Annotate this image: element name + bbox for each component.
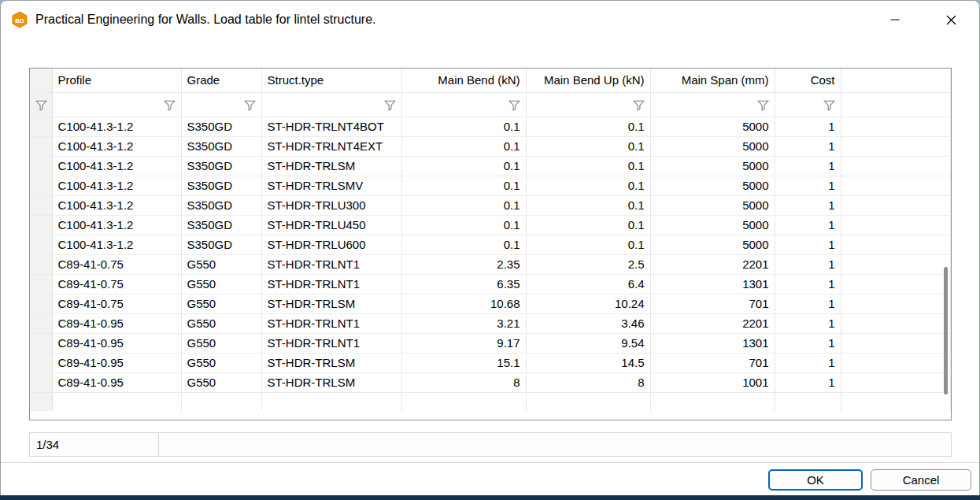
cell-main-bend-up-kn[interactable]: 8 (526, 372, 650, 392)
cell-main-span-mm[interactable]: 5000 (650, 195, 775, 215)
table-row[interactable]: C100-41.3-1.2S350GDST-HDR-TRLSMV0.10.150… (30, 176, 951, 195)
cell-grade[interactable]: G550 (181, 294, 261, 313)
filter-cell-rowheader[interactable] (30, 92, 52, 117)
table-row[interactable]: C89-41-0.75G550ST-HDR-TRLNT12.352.522011 (30, 254, 951, 274)
cell-grade[interactable]: G550 (181, 254, 261, 274)
row-indicator[interactable] (30, 176, 52, 195)
cell-main-bend-kn[interactable]: 0.1 (401, 176, 526, 195)
cell-cost[interactable]: 1 (775, 176, 841, 195)
filter-cell-grade[interactable] (181, 92, 261, 117)
cell-main-bend-up-kn[interactable]: 0.1 (526, 117, 650, 136)
cell-struct-type[interactable]: ST-HDR-TRLSM (261, 353, 401, 372)
cell-main-span-mm[interactable]: 1301 (650, 274, 775, 294)
cell-profile[interactable]: C89-41-0.75 (52, 274, 181, 294)
row-indicator[interactable] (30, 136, 52, 156)
column-header-cost[interactable]: Cost (775, 69, 841, 92)
cell-profile[interactable]: C100-41.3-1.2 (52, 235, 181, 254)
cell-profile[interactable]: C100-41.3-1.2 (52, 156, 181, 176)
cell-struct-type[interactable]: ST-HDR-TRLNT1 (261, 254, 401, 274)
cell-main-bend-kn[interactable]: 10.68 (401, 294, 526, 313)
table-row[interactable]: C89-41-0.75G550ST-HDR-TRLNT16.356.413011 (30, 274, 951, 294)
table-row[interactable]: C89-41-0.95G550ST-HDR-TRLSM15.114.57011 (30, 353, 951, 372)
cell-struct-type[interactable]: ST-HDR-TRLNT4BOT (261, 117, 401, 136)
cell-cost[interactable]: 1 (775, 313, 841, 333)
cell-main-bend-kn[interactable]: 15.1 (401, 353, 526, 372)
cell-main-bend-kn[interactable]: 2.35 (401, 254, 526, 274)
column-header-main-bend-up-kn[interactable]: Main Bend Up (kN) (526, 69, 650, 92)
cell-struct-type[interactable]: ST-HDR-TRLSM (261, 294, 401, 313)
filter-funnel-icon[interactable] (633, 100, 645, 111)
cell-cost[interactable]: 1 (775, 117, 841, 136)
cell-profile[interactable]: C100-41.3-1.2 (52, 176, 181, 195)
cell-main-bend-up-kn[interactable]: 0.1 (526, 136, 650, 156)
cell-main-span-mm[interactable]: 2201 (650, 313, 775, 333)
cell-profile[interactable]: C100-41.3-1.2 (52, 195, 181, 215)
table-row[interactable]: C89-41-0.95G550ST-HDR-TRLSM8810011 (30, 372, 951, 392)
column-header-grade[interactable]: Grade (181, 69, 261, 92)
row-indicator[interactable] (30, 274, 52, 294)
cell-cost[interactable]: 1 (775, 372, 841, 392)
cell-main-span-mm[interactable]: 5000 (650, 235, 775, 254)
cell-struct-type[interactable]: ST-HDR-TRLSM (261, 156, 401, 176)
cell-cost[interactable]: 1 (775, 294, 841, 313)
row-indicator[interactable] (30, 372, 52, 392)
cell-grade[interactable]: G550 (181, 353, 261, 372)
cell-main-span-mm[interactable]: 1001 (650, 372, 775, 392)
scrollbar-thumb[interactable] (944, 267, 948, 394)
filter-cell-main-bend-up-kn[interactable] (526, 92, 650, 117)
cell-cost[interactable]: 1 (775, 254, 841, 274)
cell-profile[interactable]: C89-41-0.75 (52, 254, 181, 274)
cell-grade[interactable]: G550 (181, 333, 261, 353)
cell-cost[interactable]: 1 (775, 333, 841, 353)
row-indicator[interactable] (30, 333, 52, 353)
cell-cost[interactable]: 1 (775, 353, 841, 372)
cell-main-span-mm[interactable]: 5000 (650, 117, 775, 136)
cell-profile[interactable]: C89-41-0.95 (52, 333, 181, 353)
filter-cell-cost[interactable] (775, 92, 841, 117)
filter-funnel-icon[interactable] (244, 100, 256, 111)
table-row[interactable]: C89-41-0.95G550ST-HDR-TRLNT13.213.462201… (30, 313, 951, 333)
close-button[interactable] (933, 1, 969, 39)
cell-main-bend-kn[interactable]: 9.17 (401, 333, 526, 353)
column-header-main-bend-kn[interactable]: Main Bend (kN) (401, 69, 526, 92)
cell-main-bend-kn[interactable]: 0.1 (401, 235, 526, 254)
cell-grade[interactable]: G550 (181, 372, 261, 392)
filter-cell-struct-type[interactable] (261, 92, 401, 117)
filter-cell-main-span-mm[interactable] (650, 92, 775, 117)
cell-grade[interactable]: S350GD (181, 117, 261, 136)
cell-profile[interactable]: C100-41.3-1.2 (52, 215, 181, 235)
cell-grade[interactable]: G550 (181, 274, 261, 294)
table-row[interactable]: C100-41.3-1.2S350GDST-HDR-TRLU3000.10.15… (30, 195, 951, 215)
cell-main-bend-kn[interactable]: 0.1 (401, 215, 526, 235)
cell-grade[interactable]: G550 (181, 313, 261, 333)
cell-grade[interactable]: S350GD (181, 215, 261, 235)
cell-main-bend-kn[interactable]: 0.1 (401, 136, 526, 156)
cell-main-bend-kn[interactable]: 8 (401, 372, 526, 392)
vertical-scrollbar[interactable] (940, 69, 951, 420)
cell-main-bend-up-kn[interactable]: 10.24 (526, 294, 650, 313)
cell-struct-type[interactable]: ST-HDR-TRLSMV (261, 176, 401, 195)
cell-main-span-mm[interactable]: 701 (650, 353, 775, 372)
cell-cost[interactable]: 1 (775, 215, 841, 235)
cell-cost[interactable]: 1 (775, 274, 841, 294)
cell-main-bend-kn[interactable]: 3.21 (401, 313, 526, 333)
table-row[interactable]: C100-41.3-1.2S350GDST-HDR-TRLU6000.10.15… (30, 235, 951, 254)
cancel-button[interactable]: Cancel (871, 469, 971, 491)
ok-button[interactable]: OK (768, 469, 863, 491)
cell-struct-type[interactable]: ST-HDR-TRLNT4EXT (261, 136, 401, 156)
table-row[interactable]: C89-41-0.95G550ST-HDR-TRLNT19.179.541301… (30, 333, 951, 353)
filter-funnel-icon[interactable] (164, 100, 176, 111)
cell-cost[interactable]: 1 (775, 156, 841, 176)
table-row[interactable]: C100-41.3-1.2S350GDST-HDR-TRLSM0.10.1500… (30, 156, 951, 176)
cell-profile[interactable]: C100-41.3-1.2 (52, 136, 181, 156)
cell-struct-type[interactable]: ST-HDR-TRLNT1 (261, 333, 401, 353)
row-indicator[interactable] (30, 235, 52, 254)
cell-main-bend-kn[interactable]: 6.35 (401, 274, 526, 294)
table-row[interactable]: C100-41.3-1.2S350GDST-HDR-TRLNT4BOT0.10.… (30, 117, 951, 136)
cell-profile[interactable]: C89-41-0.95 (52, 353, 181, 372)
filter-funnel-icon[interactable] (384, 100, 396, 111)
minimize-button[interactable] (877, 1, 913, 39)
cell-struct-type[interactable]: ST-HDR-TRLU300 (261, 195, 401, 215)
filter-funnel-icon[interactable] (823, 100, 835, 111)
cell-profile[interactable]: C89-41-0.75 (52, 294, 181, 313)
